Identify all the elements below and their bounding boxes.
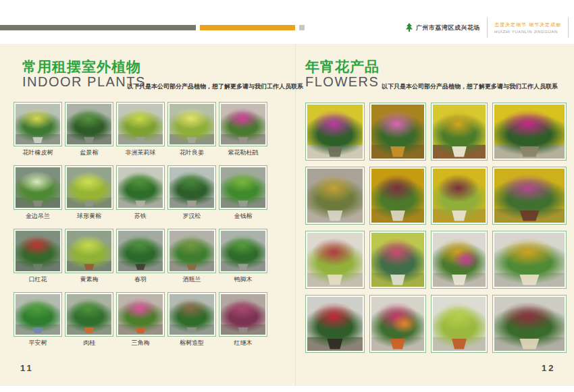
plant-tile	[65, 102, 113, 146]
flower-tile	[492, 295, 567, 353]
plant-label: 红继木	[219, 339, 267, 347]
plant-tile	[219, 165, 267, 210]
pot-shape	[186, 264, 197, 270]
plant-tile	[14, 229, 62, 273]
pot-shape	[390, 211, 407, 221]
flower-photo	[433, 297, 486, 351]
flower-tile	[492, 167, 567, 225]
flower-photo	[371, 297, 424, 351]
plant-cell: 肉桂	[65, 292, 113, 347]
pot-shape	[451, 146, 468, 157]
plant-tile	[14, 165, 62, 210]
pot-shape	[32, 137, 43, 143]
pot-shape	[134, 200, 146, 206]
flower-tile	[305, 295, 365, 353]
plant-tile	[116, 229, 165, 273]
pot-shape	[186, 137, 197, 143]
plant-cell: 榕树造型	[167, 292, 216, 347]
flower-tile	[305, 231, 365, 289]
pot-shape	[518, 211, 540, 221]
pot-shape	[451, 275, 468, 285]
plant-tile	[65, 165, 113, 210]
plant-photo	[169, 231, 214, 271]
plant-photo	[169, 294, 214, 335]
flower-tile	[431, 231, 488, 289]
plant-tile	[219, 229, 267, 273]
plant-cell: 苏铁	[116, 165, 165, 220]
pot-shape	[237, 264, 249, 270]
plant-tile	[219, 102, 267, 146]
plant-tile	[116, 102, 165, 146]
pot-shape	[390, 339, 407, 349]
pot-shape	[518, 275, 540, 285]
flower-tile	[369, 167, 426, 225]
plant-label: 酒瓶兰	[167, 276, 216, 283]
plant-tile	[14, 102, 62, 146]
plant-label: 非洲茉莉球	[116, 149, 165, 157]
plant-cell: 三角梅	[116, 292, 165, 347]
flower-cell	[369, 295, 426, 353]
plant-tile	[65, 229, 113, 273]
right-section-title-en: FLOWERS	[305, 74, 379, 90]
plant-tile	[116, 292, 165, 337]
flower-photo	[371, 233, 424, 287]
flower-cell	[492, 103, 567, 161]
flower-photo	[307, 105, 363, 159]
pot-shape	[186, 327, 197, 333]
indoor-plants-grid: 花叶橡皮树 盆景榕 非洲茉莉球 花叶良姜 紫花勒	[14, 102, 267, 347]
flower-photo	[371, 105, 424, 159]
plant-label: 紫花勒杜鹃	[219, 149, 267, 157]
plant-photo	[221, 294, 265, 335]
pot-shape	[83, 264, 95, 270]
plant-cell: 非洲茉莉球	[116, 102, 165, 157]
plant-label: 三角梅	[116, 339, 165, 347]
flower-cell	[369, 103, 426, 161]
plant-photo	[169, 167, 214, 208]
plant-label: 花叶良姜	[167, 149, 216, 157]
spread-spine	[295, 44, 296, 386]
flower-cell	[305, 167, 365, 225]
plant-photo	[118, 104, 163, 144]
pot-shape	[326, 211, 344, 221]
flower-cell	[492, 231, 567, 289]
flower-photo	[307, 297, 363, 351]
pot-shape	[83, 200, 95, 206]
plant-photo	[118, 167, 163, 208]
plant-label: 花叶橡皮树	[14, 149, 62, 157]
pot-shape	[451, 211, 468, 221]
pot-shape	[237, 327, 249, 333]
flower-photo	[494, 297, 565, 351]
flower-photo	[371, 169, 424, 223]
flower-photo	[433, 105, 486, 159]
pot-shape	[237, 137, 249, 143]
flower-photo	[433, 169, 486, 223]
plant-tile	[167, 165, 216, 210]
plant-label: 盆景榕	[65, 149, 113, 157]
plant-label: 肉桂	[65, 339, 113, 347]
decor-bar-orange	[200, 25, 295, 30]
slogan-pinyin: HUIZHI YUANLIN JINGGUAN	[494, 30, 561, 34]
plant-label: 球形黄榕	[65, 213, 113, 220]
plant-label: 黄素梅	[65, 276, 113, 283]
plant-tile	[65, 292, 113, 337]
flower-cell	[305, 231, 365, 289]
header-divider	[487, 18, 488, 38]
plant-cell: 鸭脚木	[219, 229, 267, 283]
plant-cell: 花叶良姜	[167, 102, 216, 157]
page-number-left: 11	[20, 363, 34, 373]
flower-tile	[431, 295, 488, 353]
flower-tile	[492, 231, 567, 289]
plant-photo	[67, 104, 111, 144]
flower-tile	[431, 103, 488, 161]
flower-cell	[431, 295, 488, 353]
plant-photo	[118, 294, 163, 335]
plant-cell: 平安树	[14, 292, 62, 347]
flower-tile	[305, 167, 365, 225]
header-brand-strip: 广州市荔湾区成兴花场 态度决定细节 细节决定成败 HUIZHI YUANLIN …	[405, 15, 574, 40]
flower-cell	[492, 295, 567, 353]
flower-cell	[431, 167, 488, 225]
plant-photo	[221, 104, 265, 144]
pot-shape	[186, 200, 197, 206]
plant-tile	[167, 102, 216, 146]
plant-photo	[16, 294, 60, 335]
